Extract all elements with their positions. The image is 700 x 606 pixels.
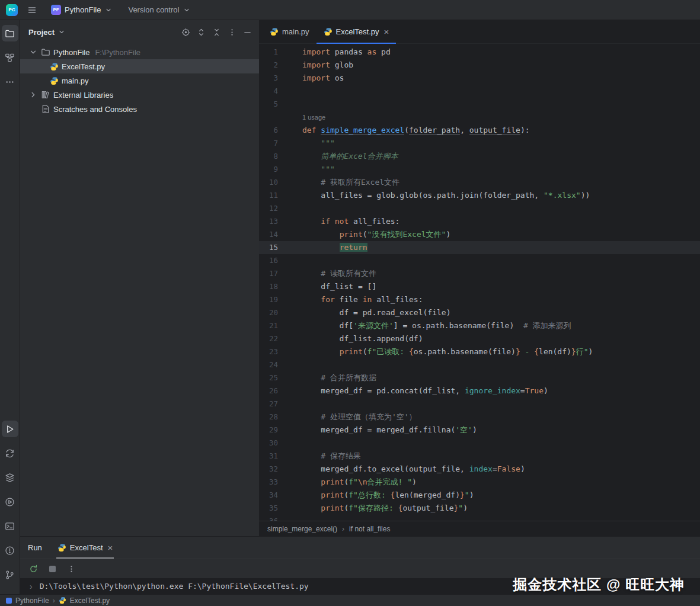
code-line[interactable]: 11 all_files = glob.glob(os.path.join(fo… xyxy=(259,189,700,202)
line-number[interactable]: 36 xyxy=(259,515,302,521)
tree-item-scratches[interactable]: Scratches and Consoles xyxy=(20,102,259,116)
line-number[interactable]: 19 xyxy=(259,293,302,306)
code-line[interactable]: 3import os xyxy=(259,72,700,85)
code-line[interactable]: 1import pandas as pd xyxy=(259,46,700,59)
code-line[interactable]: 33 print(f"\n合并完成! ") xyxy=(259,476,700,489)
code-line[interactable]: 12 xyxy=(259,202,700,215)
run-panel-title[interactable]: Run xyxy=(28,537,42,559)
close-tab-icon[interactable]: × xyxy=(384,27,389,36)
line-number[interactable]: 4 xyxy=(259,85,302,98)
code-line[interactable]: 34 print(f"总行数: {len(merged_df)}") xyxy=(259,489,700,502)
code-line[interactable]: 5 xyxy=(259,98,700,111)
code-line[interactable]: 16 xyxy=(259,254,700,267)
line-number[interactable]: 31 xyxy=(259,450,302,463)
python-console-button[interactable] xyxy=(2,445,18,461)
code-line[interactable]: 30 xyxy=(259,437,700,450)
code-line[interactable]: 6def simple_merge_excel(folder_path, out… xyxy=(259,124,700,137)
close-run-tab-icon[interactable]: × xyxy=(108,543,113,552)
statusbar-file[interactable]: ExcelTest.py xyxy=(70,597,110,605)
code-line[interactable]: 4 xyxy=(259,85,700,98)
line-number[interactable]: 16 xyxy=(259,254,302,267)
line-number[interactable]: 13 xyxy=(259,215,302,228)
code-line[interactable]: 13 if not all_files: xyxy=(259,215,700,228)
line-number[interactable]: 5 xyxy=(259,98,302,111)
code-line[interactable]: 29 merged_df = merged_df.fillna('空') xyxy=(259,424,700,437)
tree-item-main-py[interactable]: main.py xyxy=(20,73,259,88)
chevron-down-icon[interactable] xyxy=(28,47,38,57)
run-tab-exceltest[interactable]: ExcelTest × xyxy=(52,537,119,559)
line-number[interactable]: 15 xyxy=(259,241,302,254)
code-line[interactable]: 36 xyxy=(259,515,700,521)
stop-button[interactable] xyxy=(45,562,59,576)
code-line[interactable]: 31 # 保存结果 xyxy=(259,450,700,463)
expand-all-button[interactable] xyxy=(194,25,208,39)
code-line[interactable]: 7 """ xyxy=(259,137,700,150)
code-editor[interactable]: 1import pandas as pd2import glob3import … xyxy=(259,44,700,521)
line-number[interactable]: 11 xyxy=(259,189,302,202)
code-line[interactable]: 17 # 读取所有文件 xyxy=(259,267,700,280)
line-number[interactable]: 26 xyxy=(259,384,302,397)
code-line[interactable]: 32 merged_df.to_excel(output_file, index… xyxy=(259,463,700,476)
line-number[interactable]: 32 xyxy=(259,463,302,476)
project-tool-window-button[interactable] xyxy=(2,25,18,41)
tree-item-external-libraries[interactable]: External Libraries xyxy=(20,88,259,102)
line-number[interactable]: 25 xyxy=(259,371,302,384)
line-number[interactable]: 18 xyxy=(259,280,302,293)
tree-item-exceltest-py[interactable]: ExcelTest.py xyxy=(20,59,259,73)
version-control-button[interactable]: Version control xyxy=(123,3,196,17)
line-number[interactable]: 35 xyxy=(259,502,302,515)
inlay-hint-row[interactable]: 1 usage xyxy=(259,111,700,124)
tab-exceltest-py[interactable]: ExcelTest.py × xyxy=(317,20,397,43)
code-line[interactable]: 8 简单的Excel合并脚本 xyxy=(259,150,700,163)
tree-item-pythonfile-root[interactable]: PythonFile F:\PythonFile xyxy=(20,45,259,59)
line-number[interactable]: 28 xyxy=(259,411,302,424)
code-line[interactable]: 23 print(f"已读取: {os.path.basename(file)}… xyxy=(259,345,700,358)
terminal-button[interactable] xyxy=(2,518,18,534)
line-number[interactable]: 8 xyxy=(259,150,302,163)
python-packages-button[interactable] xyxy=(2,469,18,486)
code-line[interactable]: 26 merged_df = pd.concat(df_list, ignore… xyxy=(259,384,700,397)
fold-chevron-icon[interactable]: › xyxy=(30,582,33,591)
code-line[interactable]: 25 # 合并所有数据 xyxy=(259,371,700,384)
code-line[interactable]: 14 print("没有找到Excel文件") xyxy=(259,228,700,241)
collapse-all-button[interactable] xyxy=(209,25,223,39)
line-number[interactable]: 21 xyxy=(259,319,302,332)
chevron-right-icon[interactable] xyxy=(28,90,38,100)
code-line[interactable]: 19 for file in all_files: xyxy=(259,293,700,306)
line-number[interactable]: 23 xyxy=(259,345,302,358)
code-line[interactable]: 21 df['来源文件'] = os.path.basename(file) #… xyxy=(259,319,700,332)
version-control-tool-button[interactable] xyxy=(2,566,18,583)
select-opened-file-button[interactable] xyxy=(178,25,193,39)
more-tool-windows-button[interactable] xyxy=(2,73,18,90)
line-number[interactable]: 17 xyxy=(259,267,302,280)
code-line[interactable]: 24 xyxy=(259,358,700,371)
tab-main-py[interactable]: main.py xyxy=(263,20,317,43)
usages-inlay-hint[interactable]: 1 usage xyxy=(302,114,325,121)
code-line[interactable]: 27 xyxy=(259,397,700,411)
code-line[interactable]: 28 # 处理空值（填充为'空'） xyxy=(259,411,700,424)
line-number[interactable] xyxy=(259,111,302,124)
project-selector-button[interactable]: PF PythonFile xyxy=(46,2,117,17)
line-number[interactable]: 20 xyxy=(259,306,302,319)
services-button[interactable] xyxy=(2,493,18,510)
line-number[interactable]: 1 xyxy=(259,46,302,59)
line-number[interactable]: 12 xyxy=(259,202,302,215)
line-number[interactable]: 29 xyxy=(259,424,302,437)
statusbar-project[interactable]: PythonFile xyxy=(15,597,49,605)
run-console[interactable]: › D:\Tools\test\Python\python.exe F:\Pyt… xyxy=(20,578,700,594)
code-line[interactable]: 10 # 获取所有Excel文件 xyxy=(259,176,700,189)
line-number[interactable]: 2 xyxy=(259,59,302,72)
line-number[interactable]: 14 xyxy=(259,228,302,241)
line-number[interactable]: 10 xyxy=(259,176,302,189)
code-line[interactable]: 20 df = pd.read_excel(file) xyxy=(259,306,700,319)
line-number[interactable]: 34 xyxy=(259,489,302,502)
main-menu-button[interactable] xyxy=(24,2,40,18)
hide-panel-button[interactable] xyxy=(240,25,254,39)
line-number[interactable]: 33 xyxy=(259,476,302,489)
run-tool-window-button[interactable] xyxy=(2,421,18,437)
line-number[interactable]: 6 xyxy=(259,124,302,137)
breadcrumb-function[interactable]: simple_merge_excel() xyxy=(267,525,337,533)
code-line[interactable]: 2import glob xyxy=(259,59,700,72)
panel-options-button[interactable] xyxy=(225,25,239,39)
line-number[interactable]: 22 xyxy=(259,332,302,345)
